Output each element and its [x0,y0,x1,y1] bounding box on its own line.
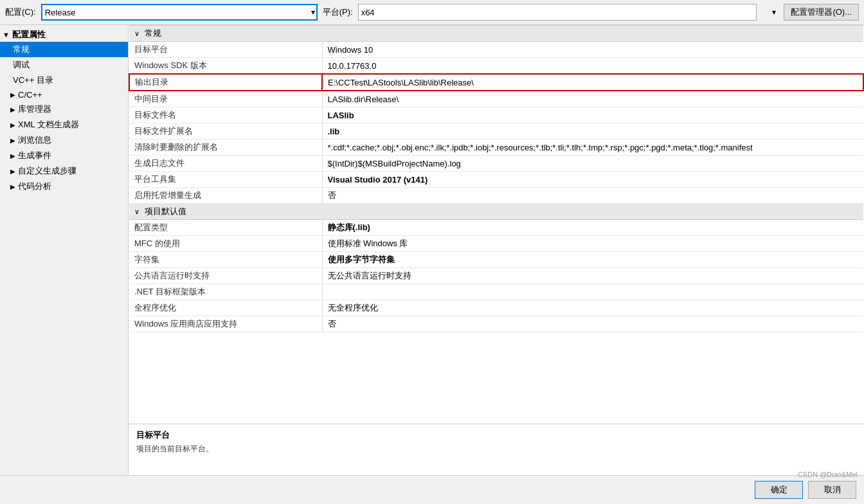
prop-target-ext-value[interactable]: .lib [322,123,863,140]
sidebar-item-general-label: 常规 [13,44,30,54]
prop-charset-value[interactable]: 使用多字节字符集 [322,252,863,268]
prop-windows-sdk-name: Windows SDK 版本 [129,58,322,75]
sidebar-section-header[interactable]: ▼ 配置属性 [0,28,128,42]
section-general-header[interactable]: ∨ 常规 [129,26,863,42]
bottom-bar: 确定 取消 [0,475,864,504]
prop-target-platform: 目标平台 Windows 10 [129,42,863,58]
prop-whole-program-opt-name: 全程序优化 [129,300,322,316]
prop-mfc-use-value[interactable]: 使用标准 Windows 库 [322,236,863,252]
sidebar-item-xmlgen-label: XML 文档生成器 [18,119,79,130]
sidebar-item-buildevents[interactable]: ▶ 生成事件 [0,148,128,163]
sidebar-item-debug[interactable]: 调试 [0,57,128,73]
sidebar-item-cpp-label: C/C++ [18,90,42,100]
sidebar-item-xmlgen[interactable]: ▶ XML 文档生成器 [0,117,128,132]
prop-build-log-name: 生成日志文件 [129,156,322,172]
prop-intermediate-dir: 中间目录 LASlib.dir\Release\ [129,91,863,107]
prop-target-name-value[interactable]: LASlib [322,107,863,123]
buildevents-chevron-icon: ▶ [10,152,15,159]
platform-select[interactable]: x64 [358,4,757,21]
properties-table: ∨ 常规 目标平台 Windows 10 Windows SDK 版本 [129,25,864,424]
sidebar-item-codeanalysis[interactable]: ▶ 代码分析 [0,179,128,194]
right-panel: ∨ 常规 目标平台 Windows 10 Windows SDK 版本 [129,25,864,475]
prop-dotnet-target-name: .NET 目标框架版本 [129,284,322,300]
sidebar-item-browse-label: 浏览信息 [18,134,51,146]
prop-whole-program-opt-value[interactable]: 无全程序优化 [322,300,863,316]
prop-output-dir-name: 输出目录 [129,74,322,91]
info-description: 项目的当前目标平台。 [136,444,856,455]
codeanalysis-chevron-icon: ▶ [10,183,15,190]
prop-config-type-name: 配置类型 [129,220,322,236]
prop-clean-ext-name: 清除时要删除的扩展名 [129,140,322,156]
prop-target-name-name: 目标文件名 [129,107,322,123]
prop-clean-ext: 清除时要删除的扩展名 *.cdf;*.cache;*.obj;*.obj.enc… [129,140,863,156]
xmlgen-chevron-icon: ▶ [10,122,15,129]
prop-target-platform-value[interactable]: Windows 10 [322,42,863,58]
prop-clr-support-value[interactable]: 无公共语言运行时支持 [322,268,863,284]
cancel-button[interactable]: 取消 [808,481,856,499]
sidebar-section-label: 配置属性 [12,29,46,40]
sidebar-item-libmgr[interactable]: ▶ 库管理器 [0,102,128,117]
prop-target-ext-name: 目标文件扩展名 [129,123,322,140]
prop-platform-toolset: 平台工具集 Visual Studio 2017 (v141) [129,172,863,188]
sidebar-item-codeanalysis-label: 代码分析 [18,181,51,192]
sidebar-item-vcpp[interactable]: VC++ 目录 [0,73,128,88]
prop-dotnet-target: .NET 目标框架版本 [129,284,863,300]
prop-target-ext: 目标文件扩展名 .lib [129,123,863,140]
prop-managed-incremental-value[interactable]: 否 [322,188,863,204]
customstep-chevron-icon: ▶ [10,168,15,175]
sidebar-item-cpp[interactable]: ▶ C/C++ [0,88,128,102]
prop-output-dir: 输出目录 E:\CCTest\LAStools\LASlib\lib\Relea… [129,74,863,91]
config-select-wrapper[interactable]: Release [41,4,318,21]
libmgr-chevron-icon: ▶ [10,106,15,113]
browse-chevron-icon: ▶ [10,137,15,144]
prop-clean-ext-value[interactable]: *.cdf;*.cache;*.obj;*.obj.enc;*.ilk;*.ip… [322,140,863,156]
prop-clr-support-name: 公共语言运行时支持 [129,268,322,284]
top-bar: 配置(C): Release 平台(P): x64 配置管理器(O)... [0,0,864,25]
prop-build-log: 生成日志文件 $(IntDir)$(MSBuildProjectName).lo… [129,156,863,172]
prop-managed-incremental: 启用托管增量生成 否 [129,188,863,204]
prop-platform-toolset-name: 平台工具集 [129,172,322,188]
sidebar-item-debug-label: 调试 [13,60,30,69]
prop-mfc-use: MFC 的使用 使用标准 Windows 库 [129,236,863,252]
prop-intermediate-dir-value[interactable]: LASlib.dir\Release\ [322,91,863,107]
config-select[interactable]: Release [41,4,318,21]
sidebar-item-browse[interactable]: ▶ 浏览信息 [0,132,128,148]
prop-windows-sdk-value[interactable]: 10.0.17763.0 [322,58,863,75]
prop-mfc-use-name: MFC 的使用 [129,236,322,252]
sidebar-item-customstep[interactable]: ▶ 自定义生成步骤 [0,163,128,179]
prop-dotnet-target-value[interactable] [322,284,863,300]
prop-intermediate-dir-name: 中间目录 [129,91,322,107]
cpp-chevron-icon: ▶ [10,91,15,98]
project-defaults-chevron-icon: ∨ [134,208,140,215]
prop-output-dir-value[interactable]: E:\CCTest\LAStools\LASlib\lib\Release\ [322,74,863,91]
prop-managed-incremental-name: 启用托管增量生成 [129,188,322,204]
sidebar-item-libmgr-label: 库管理器 [18,104,51,115]
prop-platform-toolset-value[interactable]: Visual Studio 2017 (v141) [322,172,863,188]
config-manager-button[interactable]: 配置管理器(O)... [784,4,859,21]
prop-windows-store: Windows 应用商店应用支持 否 [129,316,863,332]
platform-label: 平台(P): [323,6,353,18]
prop-whole-program-opt: 全程序优化 无全程序优化 [129,300,863,316]
sidebar-item-buildevents-label: 生成事件 [18,150,51,161]
properties-grid: ∨ 常规 目标平台 Windows 10 Windows SDK 版本 [129,25,864,332]
sidebar: ▼ 配置属性 常规 调试 VC++ 目录 ▶ C/C++ ▶ 库管理器 ▶ [0,25,129,475]
prop-config-type-value[interactable]: 静态库(.lib) [322,220,863,236]
watermark: CSDN @Diao&Mel [798,471,858,478]
prop-charset-name: 字符集 [129,252,322,268]
prop-config-type: 配置类型 静态库(.lib) [129,220,863,236]
property-pages-dialog: 配置(C): Release 平台(P): x64 配置管理器(O)... ▼ … [0,0,864,504]
ok-button[interactable]: 确定 [755,481,803,499]
prop-windows-store-value[interactable]: 否 [322,316,863,332]
prop-target-platform-name: 目标平台 [129,42,322,58]
prop-build-log-value[interactable]: $(IntDir)$(MSBuildProjectName).log [322,156,863,172]
section-project-defaults-header[interactable]: ∨ 项目默认值 [129,204,863,220]
platform-select-wrapper[interactable]: x64 [358,4,779,21]
info-panel: 目标平台 项目的当前目标平台。 [129,424,864,475]
config-label: 配置(C): [5,6,36,18]
sidebar-item-general[interactable]: 常规 [0,42,128,57]
prop-target-name: 目标文件名 LASlib [129,107,863,123]
info-title: 目标平台 [136,429,856,441]
main-content: ▼ 配置属性 常规 调试 VC++ 目录 ▶ C/C++ ▶ 库管理器 ▶ [0,25,864,475]
prop-windows-store-name: Windows 应用商店应用支持 [129,316,322,332]
general-section-chevron-icon: ∨ [134,30,140,37]
